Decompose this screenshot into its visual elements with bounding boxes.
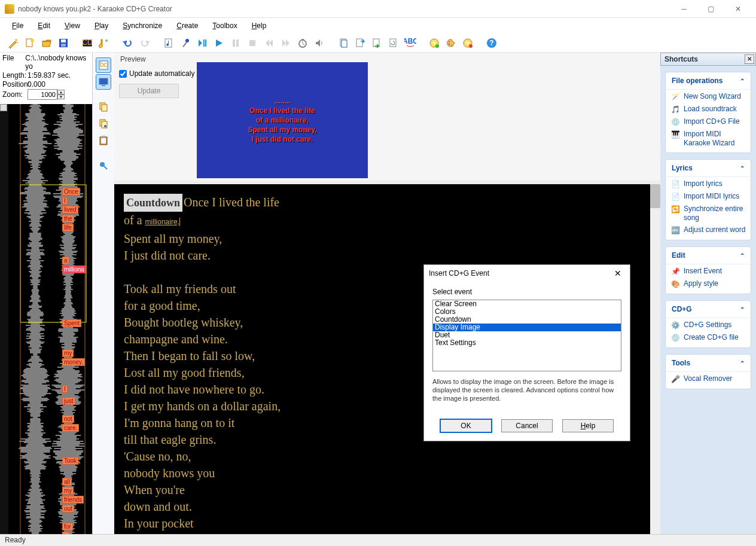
wave-word-label[interactable]: Spent (62, 319, 81, 327)
import-cdg-icon[interactable]: CD (80, 36, 94, 50)
dialog-close-icon[interactable]: ✕ (611, 266, 625, 280)
wave-word-label[interactable]: out (62, 505, 74, 513)
shortcut-link[interactable]: 💿Import CD+G File (670, 117, 746, 127)
open-icon[interactable] (39, 36, 54, 50)
waveform[interactable]: OnceIlivedthelifeamillionaSpentmymoney,I… (0, 104, 92, 534)
shortcut-link[interactable]: 🎹Import MIDI Karaoke Wizard (670, 130, 746, 148)
close-button[interactable]: ✕ (724, 1, 751, 17)
pin-icon[interactable] (96, 158, 111, 173)
waveform-scrollbar[interactable] (0, 104, 8, 534)
shortcut-link[interactable]: 📄Import MIDI lyrics (670, 192, 746, 202)
wave-word-label[interactable]: a (62, 257, 69, 264)
minimize-button[interactable]: ─ (670, 1, 697, 17)
menu-file[interactable]: File (6, 20, 29, 32)
shortcut-link[interactable]: 💿Create CD+G file (670, 333, 746, 343)
stop-icon[interactable] (245, 36, 260, 50)
copy-music-icon[interactable] (96, 116, 111, 132)
pause-icon[interactable] (228, 36, 243, 50)
shortcut-link[interactable]: 📌Insert Event (670, 267, 746, 276)
event-option[interactable]: Display Image (433, 324, 621, 331)
group-header[interactable]: File operations⌃ (666, 72, 751, 90)
shortcut-link[interactable]: ⚙️CD+G Settings (670, 321, 746, 330)
wave-word-label[interactable]: my (62, 487, 74, 495)
help-icon[interactable]: ? (484, 36, 499, 50)
new-icon[interactable] (23, 36, 37, 50)
view-preview-icon[interactable] (96, 74, 111, 90)
shortcut-link[interactable]: 📄Import lyrics (670, 179, 746, 189)
menu-toolbox[interactable]: Toolbox (206, 20, 243, 32)
menu-help[interactable]: Help (246, 20, 273, 32)
wave-word-label[interactable]: the (62, 215, 74, 222)
doc-next-icon[interactable] (370, 36, 384, 50)
abc-icon[interactable]: ABC (403, 36, 417, 50)
wave-word-label[interactable]: for (62, 523, 73, 530)
menu-create[interactable]: Create (170, 20, 204, 32)
wave-word-label[interactable]: money, (62, 358, 85, 366)
event-listbox[interactable]: Clear ScreenColorsCountdownDisplay Image… (432, 300, 621, 371)
cd-red-icon[interactable] (461, 36, 475, 50)
shortcut-link[interactable]: 🔤Adjust current word (670, 225, 746, 235)
cd-green-icon[interactable] (427, 36, 441, 50)
import-midi-icon[interactable] (97, 36, 111, 50)
shortcut-link[interactable]: 🔁Synchronize entire song (670, 205, 746, 222)
palette-icon[interactable] (444, 36, 458, 50)
shortcut-link[interactable]: 🎤Vocal Remover (670, 374, 746, 384)
event-option[interactable]: Text Settings (433, 339, 621, 347)
group-header[interactable]: CD+G⌃ (666, 301, 751, 318)
doc-sync-icon[interactable] (386, 36, 401, 50)
save-icon[interactable] (56, 36, 71, 50)
rewind-icon[interactable] (262, 36, 276, 50)
wave-word-label[interactable]: all (62, 478, 72, 486)
play-pause-icon[interactable] (195, 36, 209, 50)
wave-word-label[interactable]: friends (62, 496, 84, 504)
menu-view[interactable]: View (59, 20, 86, 32)
undo-icon[interactable] (121, 36, 135, 50)
group-header[interactable]: Lyrics⌃ (666, 160, 751, 177)
microphone-icon[interactable] (178, 36, 193, 50)
redo-icon[interactable] (138, 36, 152, 50)
zoom-input[interactable] (28, 89, 57, 100)
lyrics-scrollbar[interactable] (650, 184, 660, 534)
play-icon[interactable] (212, 36, 226, 50)
wave-word-label[interactable]: lived (62, 206, 78, 213)
wave-word-label[interactable]: Once (62, 188, 80, 196)
wave-word-label[interactable]: just (62, 397, 75, 405)
paste-icon[interactable] (96, 133, 111, 148)
speaker-icon[interactable] (312, 36, 327, 50)
shortcuts-close-icon[interactable]: ✕ (745, 54, 754, 64)
cancel-button[interactable]: Cancel (501, 419, 553, 432)
shortcut-link[interactable]: 🪄New Song Wizard (670, 92, 746, 102)
zoom-down[interactable]: ▼ (57, 94, 65, 99)
wave-word-label[interactable]: not (62, 415, 74, 423)
wave-word-label[interactable]: milliona (62, 266, 86, 273)
wave-word-label[interactable]: care. (62, 424, 79, 432)
note-icon[interactable] (161, 36, 176, 50)
event-option[interactable]: Clear Screen (433, 300, 621, 308)
shortcut-link[interactable]: 🎨Apply style (670, 279, 746, 289)
update-auto-input[interactable] (119, 70, 127, 78)
wizard-icon[interactable] (6, 36, 20, 50)
group-header[interactable]: Edit⌃ (666, 247, 751, 264)
forward-icon[interactable] (279, 36, 293, 50)
wave-word-label[interactable]: I (62, 385, 68, 393)
zoom-up[interactable]: ▲ (57, 90, 65, 94)
update-auto-checkbox[interactable]: Update automaticaly (119, 69, 197, 78)
ok-button[interactable]: OK (440, 419, 492, 432)
doc-import-icon[interactable] (353, 36, 367, 50)
help-button[interactable]: Help (562, 419, 614, 432)
wave-word-label[interactable]: life (62, 224, 74, 231)
update-button[interactable]: Update (119, 84, 179, 98)
wave-word-label[interactable]: I (62, 197, 68, 205)
timer-icon[interactable] (295, 36, 310, 50)
view-lyrics-icon[interactable]: bc (96, 57, 111, 73)
shortcut-link[interactable]: 🎵Load soundtrack (670, 105, 746, 114)
menu-edit[interactable]: Edit (32, 20, 56, 32)
maximize-button[interactable]: ▢ (697, 1, 724, 17)
menu-play[interactable]: Play (89, 20, 114, 32)
group-header[interactable]: Tools⌃ (666, 355, 751, 372)
wave-word-label[interactable]: Took (62, 457, 78, 465)
wave-word-label[interactable]: my (62, 349, 74, 357)
menu-synchronize[interactable]: Synchronize (117, 20, 168, 32)
copy-icon[interactable] (96, 99, 111, 115)
doc-copy-icon[interactable] (336, 36, 350, 50)
